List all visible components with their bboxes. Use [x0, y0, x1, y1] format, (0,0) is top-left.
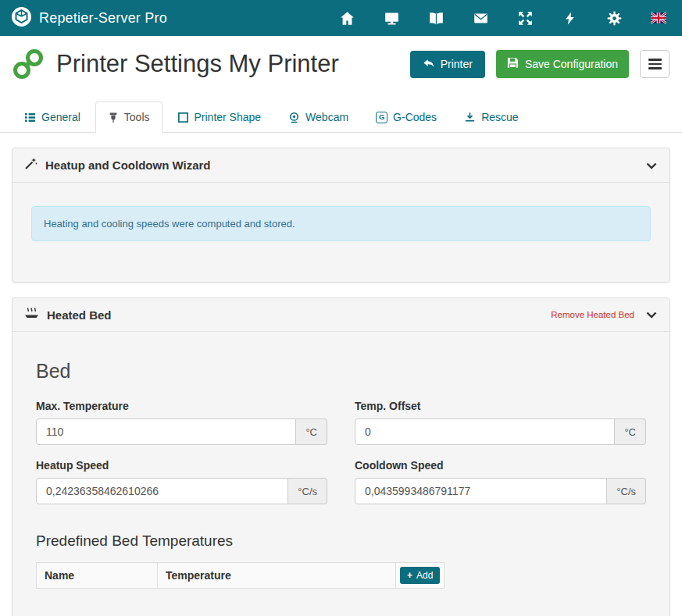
repetier-logo-icon — [11, 6, 32, 30]
bed-section-title: Bed — [36, 332, 646, 383]
printers-display-icon[interactable] — [384, 10, 399, 26]
heated-bed-collapse-chevron-icon[interactable] — [645, 308, 658, 321]
wizard-panel-heading[interactable]: Heatup and Cooldown Wizard — [12, 148, 670, 183]
heated-bed-icon — [24, 307, 39, 322]
printer-link-chain-icon — [11, 47, 45, 81]
bed-settings-form: Max. Temperature °C Temp. Offset °C Heat… — [36, 386, 646, 504]
heated-bed-panel-body: Bed Max. Temperature °C Temp. Offset °C … — [12, 332, 670, 616]
messages-envelope-icon[interactable] — [473, 10, 488, 26]
page-title: Printer Settings My Printer — [56, 50, 410, 78]
tab-webcam[interactable]: Webcam — [276, 101, 361, 133]
back-to-printer-button[interactable]: Printer — [410, 51, 485, 78]
fullscreen-arrows-icon[interactable] — [517, 10, 533, 26]
max-temperature-label: Max. Temperature — [36, 400, 327, 412]
tab-general[interactable]: General — [12, 101, 93, 133]
tab-tools[interactable]: Tools — [95, 101, 162, 133]
wizard-collapse-chevron-icon[interactable] — [645, 159, 658, 172]
temp-offset-label: Temp. Offset — [355, 400, 646, 412]
reply-arrow-icon — [423, 58, 434, 71]
wizard-panel-title: Heatup and Cooldown Wizard — [45, 158, 211, 172]
top-navbar: Repetier-Server Pro — [0, 0, 682, 36]
wizard-panel-body: Heating and cooling speeds were computed… — [12, 183, 670, 282]
heated-bed-panel: Heated Bed Remove Heated Bed Bed Max. Te… — [12, 297, 670, 616]
wizard-info-alert: Heating and cooling speeds were computed… — [31, 206, 651, 241]
magic-wand-icon — [24, 157, 37, 173]
heated-bed-panel-heading[interactable]: Heated Bed Remove Heated Bed — [12, 298, 670, 332]
settings-gear-icon[interactable] — [606, 10, 622, 26]
temp-offset-input[interactable] — [355, 418, 615, 445]
table-header-row: Name Temperature + Add — [37, 563, 445, 589]
heatup-speed-label: Heatup Speed — [36, 459, 327, 472]
field-max-temperature: Max. Temperature °C — [36, 386, 327, 445]
field-temp-offset: Temp. Offset °C — [355, 386, 646, 445]
save-configuration-button[interactable]: Save Configuration — [496, 50, 629, 78]
brand[interactable]: Repetier-Server Pro — [11, 6, 167, 30]
navbar-icon-group — [339, 10, 671, 26]
remove-heated-bed-link[interactable]: Remove Heated Bed — [551, 310, 634, 319]
gcode-icon: G — [376, 112, 387, 123]
cooldown-speed-unit: °C/s — [607, 478, 646, 504]
brand-title: Repetier-Server Pro — [39, 10, 167, 27]
tab-gcodes[interactable]: G G-Codes — [363, 101, 449, 133]
heatup-speed-unit: °C/s — [288, 478, 327, 504]
predefined-temperatures-table: Name Temperature + Add — [36, 562, 445, 589]
cooldown-speed-label: Cooldown Speed — [355, 459, 646, 472]
max-temperature-input[interactable] — [36, 418, 296, 445]
heated-bed-panel-title: Heated Bed — [47, 308, 112, 322]
max-temperature-unit: °C — [296, 418, 327, 445]
predefined-bed-temperatures-title: Predefined Bed Temperatures — [36, 532, 646, 550]
cooldown-speed-input[interactable] — [355, 478, 607, 504]
power-bolt-icon[interactable] — [562, 10, 577, 26]
temperature-column-header: Temperature — [158, 563, 396, 589]
temp-offset-unit: °C — [615, 418, 646, 445]
language-flag-icon[interactable] — [651, 10, 666, 26]
plus-icon: + — [407, 571, 412, 580]
name-column-header: Name — [37, 563, 158, 589]
home-icon[interactable] — [339, 10, 355, 26]
settings-tabs: General Tools Printer Shape Webcam G G-C… — [0, 91, 682, 133]
tab-rescue[interactable]: Rescue — [452, 101, 530, 133]
add-button-cell: + Add — [396, 563, 445, 589]
manual-book-icon[interactable] — [428, 10, 444, 26]
heatup-speed-input[interactable] — [36, 478, 288, 504]
field-cooldown-speed: Cooldown Speed °C/s — [355, 445, 646, 504]
save-floppy-icon — [507, 57, 519, 71]
add-temperature-button[interactable]: + Add — [400, 567, 440, 584]
hamburger-menu-button[interactable] — [640, 50, 670, 78]
heatup-cooldown-wizard-panel: Heatup and Cooldown Wizard Heating and c… — [12, 148, 670, 283]
page-header: Printer Settings My Printer Printer Save… — [0, 36, 682, 91]
field-heatup-speed: Heatup Speed °C/s — [36, 445, 327, 504]
tab-printer-shape[interactable]: Printer Shape — [165, 101, 274, 133]
